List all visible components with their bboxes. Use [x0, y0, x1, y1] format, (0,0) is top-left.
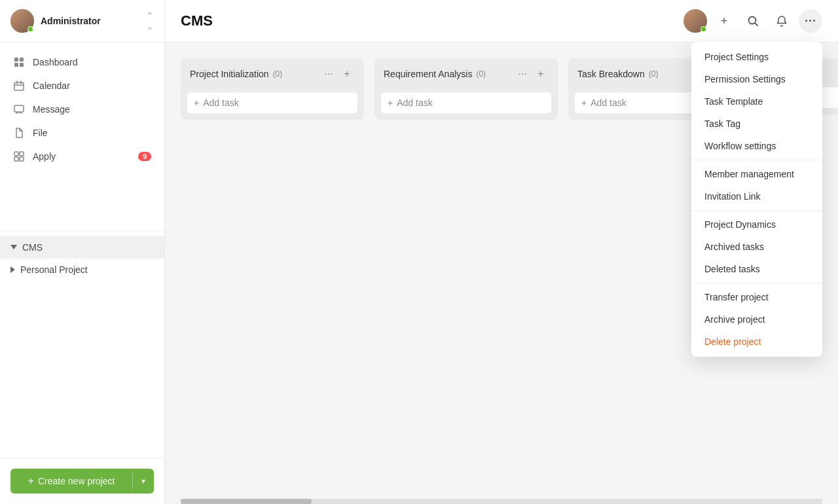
more-options-button[interactable]: ··· [799, 9, 822, 33]
sidebar-header[interactable]: Administrator ⌃⌄ [0, 0, 164, 43]
header-avatar-wrap[interactable] [683, 9, 707, 33]
svg-rect-4 [14, 82, 24, 90]
col-title-init: Project Initialization [190, 69, 269, 79]
project-personal-label: Personal Project [20, 264, 88, 275]
menu-divider-3 [691, 283, 822, 283]
project-item-cms[interactable]: CMS [0, 236, 164, 259]
message-label: Message [33, 104, 70, 115]
col-add-init[interactable]: + [339, 66, 355, 82]
main-content: CMS + ··· Project Initialization [165, 0, 838, 504]
menu-workflow-settings-label: Workflow settings [704, 141, 776, 151]
menu-divider-1 [691, 160, 822, 160]
col-title-breakdown: Task Breakdown [577, 69, 645, 79]
menu-archived-tasks-label: Archived tasks [704, 242, 764, 252]
menu-permission-settings[interactable]: Permission Settings [691, 68, 822, 90]
menu-member-management[interactable]: Member management [691, 163, 822, 185]
sidebar-item-calendar[interactable]: Calendar [0, 74, 164, 98]
column-body-req: + Add task [374, 90, 558, 120]
add-task-req[interactable]: + Add task [381, 92, 551, 113]
dropdown-menu: Project Settings Permission Settings Tas… [691, 42, 822, 357]
project-item-personal[interactable]: Personal Project [0, 259, 164, 281]
menu-archive-project[interactable]: Archive project [691, 308, 822, 331]
project-cms-label: CMS [22, 242, 43, 253]
scrollbar-thumb[interactable] [181, 499, 312, 504]
sidebar-item-dashboard[interactable]: Dashboard [0, 50, 164, 74]
online-indicator [27, 26, 33, 32]
menu-divider-2 [691, 210, 822, 211]
svg-rect-5 [14, 105, 24, 112]
menu-invitation-link[interactable]: Invitation Link [691, 185, 822, 207]
add-task-init[interactable]: + Add task [187, 92, 357, 113]
user-avatar[interactable] [10, 9, 34, 33]
menu-task-template-label: Task Template [704, 96, 763, 107]
header-actions: + ··· [683, 9, 822, 33]
svg-rect-1 [20, 58, 24, 62]
notification-button[interactable] [770, 9, 793, 33]
col-title-req: Requirement Analysis [384, 69, 472, 79]
add-task-icon: + [388, 98, 393, 108]
column-header-req: Requirement Analysis (0) ··· + [374, 58, 558, 90]
main-header: CMS + ··· [165, 0, 838, 43]
create-btn-label: Create new project [38, 476, 115, 486]
menu-archived-tasks[interactable]: Archived tasks [691, 236, 822, 258]
plus-icon: + [28, 475, 34, 487]
col-add-req[interactable]: + [533, 66, 549, 82]
col-more-init[interactable]: ··· [321, 66, 337, 82]
menu-transfer-project[interactable]: Transfer project [691, 286, 822, 308]
bell-icon [776, 15, 788, 27]
column-project-init: Project Initialization (0) ··· + + Add t… [181, 58, 364, 120]
menu-project-dynamics-label: Project Dynamics [704, 219, 776, 230]
menu-task-tag[interactable]: Task Tag [691, 113, 822, 135]
chevron-updown-icon[interactable]: ⌃⌄ [146, 10, 154, 31]
menu-permission-settings-label: Permission Settings [704, 74, 786, 84]
menu-task-template[interactable]: Task Template [691, 90, 822, 113]
col-more-req[interactable]: ··· [515, 66, 530, 82]
file-icon [13, 127, 25, 139]
collapse-icon [10, 266, 15, 273]
menu-project-dynamics[interactable]: Project Dynamics [691, 213, 822, 236]
dashboard-icon [13, 56, 25, 68]
add-button[interactable]: + [712, 9, 736, 33]
menu-transfer-project-label: Transfer project [704, 292, 769, 302]
expand-icon [10, 245, 17, 249]
board-scrollbar[interactable] [181, 499, 822, 504]
menu-invitation-link-label: Invitation Link [704, 191, 761, 202]
menu-project-settings-label: Project Settings [704, 52, 769, 62]
menu-deleted-tasks-label: Deleted tasks [704, 264, 760, 274]
add-task-icon: + [581, 98, 587, 108]
menu-workflow-settings[interactable]: Workflow settings [691, 135, 822, 157]
add-task-label-init: Add task [203, 98, 238, 108]
sidebar-item-apply[interactable]: Apply 9 [0, 145, 164, 168]
menu-delete-project-label: Delete project [704, 336, 761, 347]
col-actions-req: ··· + [515, 66, 549, 82]
header-online-dot [701, 26, 706, 32]
sidebar-item-file[interactable]: File [0, 121, 164, 145]
search-button[interactable] [741, 9, 765, 33]
add-task-label-breakdown: Add task [591, 98, 626, 108]
svg-rect-2 [14, 63, 18, 67]
sidebar-item-message[interactable]: Message [0, 98, 164, 121]
plus-icon: + [721, 14, 728, 28]
ellipsis-icon: ··· [805, 14, 816, 28]
file-label: File [33, 128, 48, 138]
calendar-label: Calendar [33, 81, 70, 91]
apply-label: Apply [33, 151, 56, 162]
col-actions-init: ··· + [321, 66, 355, 82]
menu-task-tag-label: Task Tag [704, 118, 740, 129]
svg-rect-0 [14, 58, 18, 62]
menu-deleted-tasks[interactable]: Deleted tasks [691, 258, 822, 280]
create-project-button[interactable]: + Create new project ▾ [10, 469, 154, 494]
menu-project-settings[interactable]: Project Settings [691, 46, 822, 68]
main-nav: Dashboard Calendar Message File Apply [0, 43, 164, 230]
menu-delete-project[interactable]: Delete project [691, 331, 822, 353]
menu-member-management-label: Member management [704, 169, 794, 179]
svg-rect-6 [14, 152, 18, 156]
sidebar-footer: + Create new project ▾ [0, 458, 164, 504]
add-task-icon: + [194, 98, 199, 108]
create-btn-dropdown[interactable]: ▾ [133, 477, 154, 486]
create-btn-main: + Create new project [10, 475, 132, 487]
svg-rect-9 [20, 157, 24, 161]
message-icon [13, 103, 25, 115]
svg-rect-7 [20, 152, 24, 156]
col-count-req: (0) [476, 69, 486, 79]
